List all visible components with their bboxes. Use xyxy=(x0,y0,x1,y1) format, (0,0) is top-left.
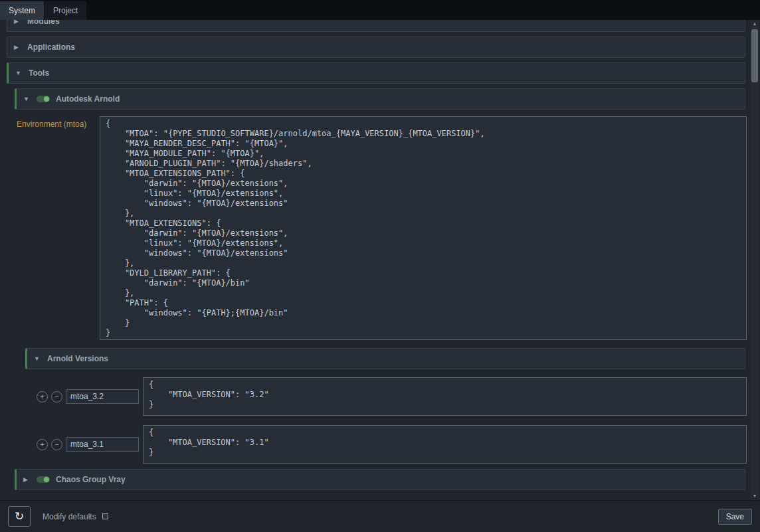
version-row-controls: + − xyxy=(37,437,143,452)
settings-scroll-area: ▶ Modules ▶ Applications ▼ Tools ▼ Autod… xyxy=(0,20,760,500)
version-json-editor[interactable]: { "MTOA_VERSION": "3.1" } xyxy=(143,425,747,464)
chevron-down-icon: ▼ xyxy=(23,96,31,102)
environment-field-row: Environment (mtoa) { "MTOA": "{PYPE_STUD… xyxy=(7,116,747,340)
section-header-applications[interactable]: ▶ Applications xyxy=(7,37,745,58)
chevron-down-icon: ▼ xyxy=(34,355,41,362)
modify-defaults-checkbox[interactable] xyxy=(102,513,108,519)
chevron-right-icon: ▶ xyxy=(23,476,31,483)
version-row-controls: + − xyxy=(37,389,143,404)
section-title-autodesk-arnold: Autodesk Arnold xyxy=(56,94,120,104)
version-row-mtoa-3-2: + − { "MTOA_VERSION": "3.2" } xyxy=(7,377,747,416)
version-row-mtoa-3-1: + − { "MTOA_VERSION": "3.1" } xyxy=(7,425,747,464)
tab-system[interactable]: System xyxy=(0,1,44,20)
section-header-tools[interactable]: ▼ Tools xyxy=(7,62,745,84)
tab-project[interactable]: Project xyxy=(45,1,86,20)
save-button[interactable]: Save xyxy=(718,509,752,525)
scroll-down-icon[interactable]: ▼ xyxy=(751,492,759,500)
chevron-down-icon: ▼ xyxy=(15,70,23,76)
environment-json-editor[interactable]: { "MTOA": "{PYPE_STUDIO_SOFTWARE}/arnold… xyxy=(100,116,747,340)
settings-window: System Project ▶ Modules ▶ Applications … xyxy=(0,0,760,532)
refresh-button[interactable]: ↻ xyxy=(8,506,31,527)
section-header-chaos-group-vray[interactable]: ▶ Chaos Group Vray xyxy=(15,469,745,490)
tab-bar: System Project xyxy=(0,0,760,20)
scrollbar-thumb[interactable] xyxy=(751,29,758,82)
remove-version-button[interactable]: − xyxy=(51,391,62,402)
section-title-applications: Applications xyxy=(27,43,75,52)
chevron-right-icon: ▶ xyxy=(14,20,21,25)
settings-content: ▶ Modules ▶ Applications ▼ Tools ▼ Autod… xyxy=(0,20,760,500)
version-key-input[interactable] xyxy=(66,437,139,452)
scroll-up-icon[interactable]: ▲ xyxy=(751,20,759,28)
section-header-modules[interactable]: ▶ Modules xyxy=(7,20,745,32)
remove-version-button[interactable]: − xyxy=(51,439,62,450)
environment-label: Environment (mtoa) xyxy=(7,116,100,129)
section-header-arnold-versions[interactable]: ▼ Arnold Versions xyxy=(25,348,745,369)
section-title-chaos-group-vray: Chaos Group Vray xyxy=(56,475,126,484)
section-header-autodesk-arnold[interactable]: ▼ Autodesk Arnold xyxy=(15,88,745,110)
section-title-modules: Modules xyxy=(27,20,60,26)
version-json-editor[interactable]: { "MTOA_VERSION": "3.2" } xyxy=(143,377,747,416)
chevron-right-icon: ▶ xyxy=(14,44,21,50)
add-version-button[interactable]: + xyxy=(37,439,48,450)
add-version-button[interactable]: + xyxy=(37,391,48,402)
footer-bar: ↻ Modify defaults Save xyxy=(0,500,760,532)
section-title-tools: Tools xyxy=(29,68,49,78)
vertical-scrollbar[interactable]: ▲ ▼ xyxy=(751,20,759,500)
vray-enabled-toggle[interactable] xyxy=(37,476,50,483)
version-key-input[interactable] xyxy=(66,389,139,404)
modify-defaults-label: Modify defaults xyxy=(43,512,96,521)
section-title-arnold-versions: Arnold Versions xyxy=(47,354,108,363)
arnold-enabled-toggle[interactable] xyxy=(37,96,50,102)
